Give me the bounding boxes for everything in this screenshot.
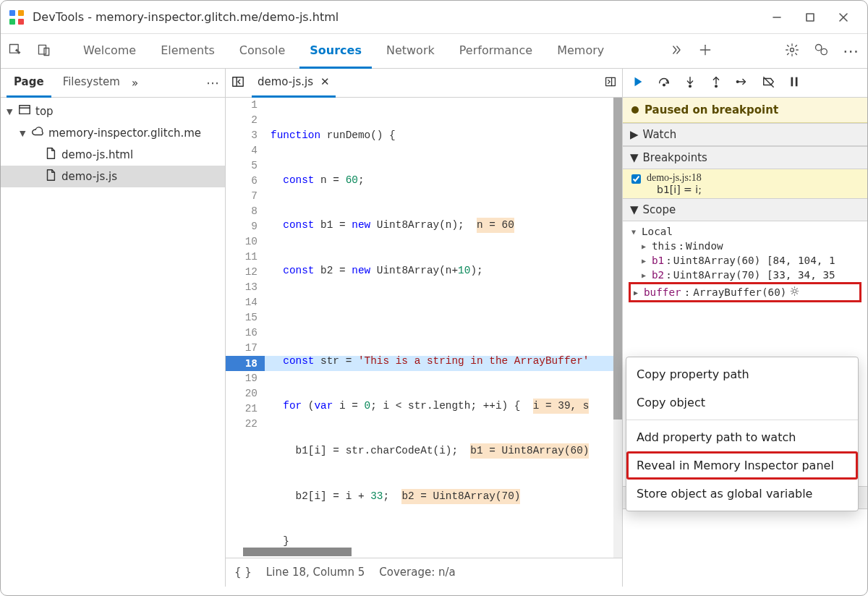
scope-var-b1[interactable]: ▶ b1: Uint8Array(60) [84, 104, 1 xyxy=(623,253,867,268)
cloud-icon xyxy=(31,125,44,141)
step-out-icon[interactable] xyxy=(710,75,723,90)
breakpoint-item[interactable]: demo-js.js:18 b1[i] = i; xyxy=(623,169,867,198)
resume-icon[interactable] xyxy=(631,75,644,90)
editor-pane: demo-js.js ✕ 18 123456789101112131415161… xyxy=(226,69,623,587)
context-reveal-memory-inspector[interactable]: Reveal in Memory Inspector panel xyxy=(626,451,858,480)
chevron-down-icon: ▼ xyxy=(631,228,640,236)
feedback-icon[interactable] xyxy=(814,43,828,60)
navigator-tab-filesystem[interactable]: Filesystem xyxy=(56,69,127,98)
tree-top-frame[interactable]: ▼ top xyxy=(1,101,225,122)
inspect-element-icon[interactable] xyxy=(8,43,22,60)
chevron-right-icon: ▶ xyxy=(642,242,650,250)
window-title: DevTools - memory-inspector.glitch.me/de… xyxy=(33,10,339,24)
navigator-tabs: Page Filesystem » ⋯ xyxy=(1,69,225,98)
svg-rect-5 xyxy=(807,14,814,21)
more-navigator-tabs-icon[interactable]: » xyxy=(132,77,138,90)
tree-file-label: demo-js.html xyxy=(61,148,133,161)
chevron-down-icon: ▼ xyxy=(20,129,27,138)
svg-rect-9 xyxy=(39,45,46,54)
pretty-print-icon[interactable]: { } xyxy=(234,566,252,579)
editor-tab-file[interactable]: demo-js.js ✕ xyxy=(252,69,336,98)
navigator-tab-page[interactable]: Page xyxy=(7,69,51,98)
breakpoint-location: demo-js.js:18 xyxy=(647,172,702,184)
pause-on-exceptions-icon[interactable] xyxy=(788,75,801,90)
scope-local-header[interactable]: ▼ Local xyxy=(623,224,867,239)
tab-performance[interactable]: Performance xyxy=(449,34,542,69)
svg-rect-32 xyxy=(796,77,798,87)
tab-network[interactable]: Network xyxy=(376,34,445,69)
context-copy-object[interactable]: Copy object xyxy=(626,388,858,417)
tab-console[interactable]: Console xyxy=(229,34,296,69)
context-copy-property-path[interactable]: Copy property path xyxy=(626,360,858,388)
chevron-down-icon: ▼ xyxy=(630,151,639,164)
chevron-down-icon: ▼ xyxy=(7,107,14,116)
navigator-pane: Page Filesystem » ⋯ ▼ top ▼ memory-inspe… xyxy=(1,69,226,587)
context-menu: Copy property path Copy object Add prope… xyxy=(626,357,859,511)
editor-tab-label: demo-js.js xyxy=(258,75,313,88)
svg-point-33 xyxy=(793,289,797,293)
tab-welcome[interactable]: Welcome xyxy=(73,34,146,69)
svg-rect-16 xyxy=(20,106,30,114)
add-tab-plus-icon[interactable] xyxy=(698,43,712,60)
inline-value-overlay: n = 60 xyxy=(477,218,514,233)
context-separator xyxy=(626,420,858,420)
toggle-debugger-icon[interactable] xyxy=(605,76,616,90)
breakpoint-checkbox[interactable] xyxy=(631,174,641,184)
window-close-button[interactable] xyxy=(827,7,860,28)
inline-value-overlay: b2 = Uint8Array(70) xyxy=(401,489,520,504)
chevron-right-icon: ▶ xyxy=(630,128,639,141)
tab-elements[interactable]: Elements xyxy=(150,34,225,69)
breakpoint-code: b1[i] = i; xyxy=(647,184,702,195)
svg-rect-20 xyxy=(606,77,616,85)
svg-point-15 xyxy=(821,48,827,54)
settings-gear-icon[interactable] xyxy=(785,43,799,60)
svg-point-25 xyxy=(689,85,692,88)
more-tabs-chevrons-icon[interactable] xyxy=(669,43,684,60)
window-frame-icon xyxy=(18,103,31,119)
memory-inspector-gear-icon[interactable] xyxy=(789,286,800,299)
scope-var-b2[interactable]: ▶ b2: Uint8Array(70) [33, 34, 35 xyxy=(623,268,867,282)
svg-rect-3 xyxy=(18,19,24,25)
svg-rect-0 xyxy=(9,10,15,16)
source-editor[interactable]: 18 12345678910111213141516171819202122 f… xyxy=(226,98,622,558)
toggle-navigator-icon[interactable] xyxy=(231,75,244,90)
window-maximize-button[interactable] xyxy=(793,7,827,28)
breakpoints-title: Breakpoints xyxy=(643,151,707,164)
inline-value-overlay: i = 39, s xyxy=(533,399,590,414)
device-emulation-icon[interactable] xyxy=(37,43,51,60)
step-over-icon[interactable] xyxy=(658,75,671,90)
window-minimize-button[interactable] xyxy=(760,7,793,28)
line-gutter: 12345678910111213141516171819202122 xyxy=(226,98,265,558)
code-content[interactable]: function runDemo() { const n = 60; const… xyxy=(265,98,589,558)
svg-point-23 xyxy=(663,84,665,86)
svg-rect-2 xyxy=(9,19,15,25)
context-add-to-watch[interactable]: Add property path to watch xyxy=(626,423,858,451)
tree-domain[interactable]: ▼ memory-inspector.glitch.me xyxy=(1,122,225,144)
svg-rect-8 xyxy=(10,44,19,53)
editor-vertical-scrollbar[interactable] xyxy=(613,98,622,558)
tree-domain-label: memory-inspector.glitch.me xyxy=(48,127,201,140)
step-into-icon[interactable] xyxy=(684,75,697,90)
more-options-icon[interactable]: ⋯ xyxy=(843,42,860,60)
scope-var-this[interactable]: ▶ this: Window xyxy=(623,239,867,253)
step-icon[interactable] xyxy=(736,75,749,90)
file-tree: ▼ top ▼ memory-inspector.glitch.me demo-… xyxy=(1,98,225,190)
debugger-pane: Paused on breakpoint ▶ Watch ▼ Breakpoin… xyxy=(623,69,867,587)
tab-sources[interactable]: Sources xyxy=(299,34,372,69)
scope-body: ▼ Local ▶ this: Window ▶ b1: Uint8Array(… xyxy=(623,221,867,305)
context-store-global[interactable]: Store object as global variable xyxy=(626,480,858,508)
close-tab-icon[interactable]: ✕ xyxy=(320,75,330,88)
inline-value-overlay: b1 = Uint8Array(60) xyxy=(470,443,589,459)
breakpoints-section-header[interactable]: ▼ Breakpoints xyxy=(623,146,867,169)
scope-section-header[interactable]: ▼ Scope xyxy=(623,198,867,221)
watch-section-header[interactable]: ▶ Watch xyxy=(623,123,867,146)
deactivate-breakpoints-icon[interactable] xyxy=(762,75,775,90)
watch-title: Watch xyxy=(643,128,677,141)
tree-file-js[interactable]: demo-js.js xyxy=(1,166,225,187)
file-icon xyxy=(44,147,57,163)
window-titlebar: DevTools - memory-inspector.glitch.me/de… xyxy=(1,1,867,34)
scope-var-buffer[interactable]: ▶ buffer: ArrayBuffer(60) xyxy=(629,282,861,302)
navigator-more-options-icon[interactable]: ⋯ xyxy=(206,75,219,90)
tab-memory[interactable]: Memory xyxy=(547,34,614,69)
tree-file-html[interactable]: demo-js.html xyxy=(1,144,225,166)
